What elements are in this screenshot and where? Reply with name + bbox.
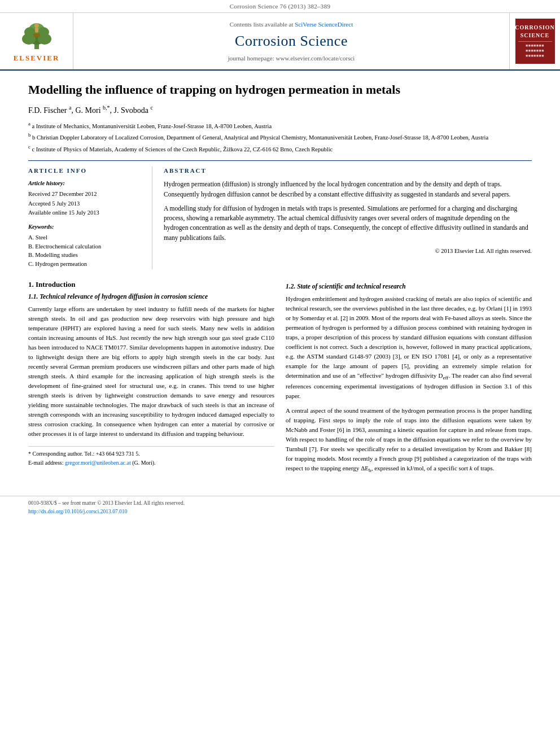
intro-body-text: Currently large efforts are undertaken b… (28, 304, 274, 439)
footnote-section: * Corresponding author. Tel.: +43 664 92… (28, 446, 274, 467)
corrosion-logo-line2: SCIENCE (520, 32, 549, 40)
elsevier-label: ELSEVIER (14, 53, 60, 63)
authors-line: F.D. Fischer a, G. Mori b,*, J. Svoboda … (28, 104, 532, 116)
journal-center: Contents lists available at SciVerse Sci… (73, 13, 509, 69)
article-info-column: ARTICLE INFO Article history: Received 2… (28, 167, 152, 269)
history-accepted: Accepted 5 July 2013 (28, 200, 143, 208)
keyword-0: A. Steel (28, 234, 143, 242)
keyword-2: B. Modelling studies (28, 251, 143, 260)
state-para-2: A central aspect of the sound treatment … (286, 406, 532, 475)
svg-point-8 (34, 23, 39, 28)
keyword-3: C. Hydrogen permeation (28, 260, 143, 269)
contents-line: Contents lists available at SciVerse Sci… (230, 20, 353, 29)
svg-rect-7 (33, 33, 40, 37)
body-left-column: 1. Introduction 1.1. Technical relevance… (28, 279, 274, 479)
affiliations: a a Institute of Mechanics, Montanuniver… (28, 120, 532, 154)
bottom-left: 0010-938X/$ – see front matter © 2013 El… (28, 500, 185, 516)
subsection-1-2-title: 1.2. State of scientific and technical r… (286, 282, 532, 291)
body-right-column: 1.2. State of scientific and technical r… (286, 279, 532, 479)
state-body-text: Hydrogen embrittlement and hydrogen assi… (286, 294, 532, 475)
keywords-label: Keywords: (28, 223, 143, 231)
corrosion-logo-box: CORROSION SCIENCE ■■■■■■■ ■■■■■■■ ■■■■■■… (515, 19, 555, 64)
footnote-corresponding: * Corresponding author. Tel.: +43 664 92… (28, 450, 274, 458)
affil-c: c c Institute of Physics of Materials, A… (28, 143, 532, 154)
bottom-bar: 0010-938X/$ – see front matter © 2013 El… (0, 496, 560, 519)
homepage-line: journal homepage: www.elsevier.com/locat… (228, 54, 355, 63)
doi-line: http://dx.doi.org/10.1016/j.corsci.2013.… (28, 508, 185, 516)
elsevier-logo: ELSEVIER (0, 13, 73, 69)
affil-b: b b Christian Doppler Laboratory of Loca… (28, 132, 532, 142)
journal-reference: Corrosion Science 76 (2013) 382–389 (230, 3, 331, 10)
page: Corrosion Science 76 (2013) 382–389 ELSE… (0, 0, 560, 747)
corrosion-logo-line1: CORROSION (515, 24, 555, 32)
affil-a: a a Institute of Mechanics, Montanuniver… (28, 120, 532, 130)
article-info-abstract-section: ARTICLE INFO Article history: Received 2… (28, 160, 532, 269)
journal-title: Corrosion Science (235, 31, 348, 51)
intro-para: Currently large efforts are undertaken b… (28, 304, 274, 439)
history-label: Article history: (28, 180, 143, 188)
history-online: Available online 15 July 2013 (28, 209, 143, 217)
svg-rect-9 (35, 28, 38, 32)
main-content: Modelling the influence of trapping on h… (0, 71, 560, 490)
copyright-line: © 2013 Elsevier Ltd. All rights reserved… (164, 247, 532, 256)
intro-section-number: 1. Introduction (28, 279, 274, 290)
subsection-1-1-title: 1.1. Technical relevance of hydrogen dif… (28, 292, 274, 301)
footnote-email: E-mail address: gregor.mori@unileoben.ac… (28, 459, 274, 467)
history-received: Received 27 December 2012 (28, 190, 143, 199)
article-info-header: ARTICLE INFO (28, 167, 143, 175)
abstract-text: Hydrogen permeation (diffusion) is stron… (164, 180, 532, 243)
email-link[interactable]: gregor.mori@unileoben.ac.at (65, 460, 131, 466)
abstract-para-2: A modelling study for diffusion of hydro… (164, 204, 532, 243)
abstract-para-1: Hydrogen permeation (diffusion) is stron… (164, 180, 532, 199)
doi-link[interactable]: http://dx.doi.org/10.1016/j.corsci.2013.… (28, 509, 127, 514)
body-section: 1. Introduction 1.1. Technical relevance… (28, 279, 532, 479)
top-bar: Corrosion Science 76 (2013) 382–389 (0, 0, 560, 13)
abstract-column: ABSTRACT Hydrogen permeation (diffusion)… (164, 167, 532, 269)
journal-header: ELSEVIER Contents lists available at Sci… (0, 13, 560, 71)
article-title: Modelling the influence of trapping on h… (28, 82, 532, 98)
journal-logo-right: CORROSION SCIENCE ■■■■■■■ ■■■■■■■ ■■■■■■… (509, 13, 560, 69)
elsevier-tree-icon (14, 20, 59, 51)
abstract-header: ABSTRACT (164, 167, 532, 175)
state-para-1: Hydrogen embrittlement and hydrogen assi… (286, 294, 532, 401)
sciverse-link[interactable]: SciVerse ScienceDirect (295, 21, 353, 28)
issn-line: 0010-938X/$ – see front matter © 2013 El… (28, 500, 185, 507)
keyword-1: B. Electrochemical calculation (28, 243, 143, 251)
